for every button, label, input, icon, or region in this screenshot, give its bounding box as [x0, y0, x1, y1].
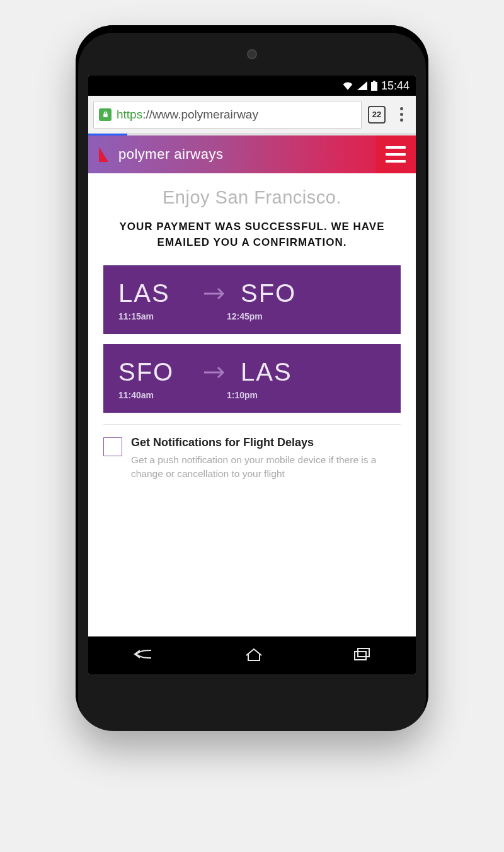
- page-content: Enjoy San Francisco. YOUR PAYMENT WAS SU…: [88, 173, 416, 636]
- flight-times: 11:40am 1:10pm: [118, 390, 386, 400]
- notifications-text: Get Notifications for Flight Delays Get …: [131, 436, 401, 480]
- android-nav-bar: [88, 636, 416, 674]
- destination-code: LAS: [241, 358, 310, 386]
- app-header: polymer airways: [88, 135, 416, 173]
- notifications-title: Get Notifications for Flight Delays: [131, 436, 401, 449]
- origin-code: LAS: [118, 279, 188, 308]
- brand-logo-icon: [98, 146, 111, 163]
- android-status-bar: 15:44: [88, 76, 416, 96]
- depart-time: 11:40am: [118, 390, 227, 400]
- svg-rect-4: [355, 652, 366, 660]
- battery-icon: [371, 81, 377, 91]
- flight-card[interactable]: LAS SFO 11:15am 12:45pm: [103, 265, 401, 334]
- notifications-checkbox[interactable]: [103, 437, 122, 456]
- origin-code: SFO: [118, 358, 188, 386]
- notifications-description: Get a push notification on your mobile d…: [131, 453, 401, 480]
- svg-rect-1: [373, 81, 375, 82]
- url-text: https://www.polymerairway: [117, 108, 258, 122]
- page-headline: Enjoy San Francisco.: [103, 187, 401, 208]
- flight-route: SFO LAS: [118, 358, 386, 386]
- wifi-icon: [342, 81, 353, 90]
- arrive-time: 1:10pm: [227, 390, 335, 400]
- flight-times: 11:15am 12:45pm: [118, 311, 386, 321]
- page-loading-indicator: [88, 134, 416, 135]
- phone-screen: 15:44 https://www.polymerairway 22: [88, 76, 416, 674]
- depart-time: 11:15am: [118, 311, 227, 321]
- arrow-right-icon: [203, 366, 226, 379]
- browser-toolbar: https://www.polymerairway 22: [88, 96, 416, 134]
- home-button[interactable]: [244, 647, 264, 664]
- svg-rect-0: [371, 82, 377, 91]
- phone-device-frame: 15:44 https://www.polymerairway 22: [76, 25, 428, 731]
- status-time: 15:44: [381, 79, 410, 93]
- menu-button[interactable]: [375, 135, 416, 173]
- arrow-right-icon: [203, 287, 226, 301]
- flight-card[interactable]: SFO LAS 11:40am 1:10pm: [103, 344, 401, 413]
- divider: [103, 424, 401, 425]
- recent-apps-button[interactable]: [353, 647, 372, 664]
- back-button[interactable]: [132, 647, 155, 664]
- tab-switcher-button[interactable]: 22: [368, 106, 386, 124]
- lock-icon: [99, 108, 112, 121]
- destination-code: SFO: [241, 279, 310, 308]
- arrive-time: 12:45pm: [227, 311, 335, 321]
- svg-rect-5: [358, 648, 369, 657]
- flight-route: LAS SFO: [118, 279, 386, 308]
- phone-speaker: [247, 49, 257, 59]
- browser-menu-button[interactable]: [392, 107, 411, 122]
- url-bar[interactable]: https://www.polymerairway: [93, 101, 362, 129]
- confirmation-message: YOUR PAYMENT WAS SUCCESSFUL. WE HAVE EMA…: [103, 219, 401, 250]
- brand-name: polymer airways: [118, 146, 375, 163]
- notification-option: Get Notifications for Flight Delays Get …: [103, 436, 401, 480]
- cell-signal-icon: [357, 81, 367, 90]
